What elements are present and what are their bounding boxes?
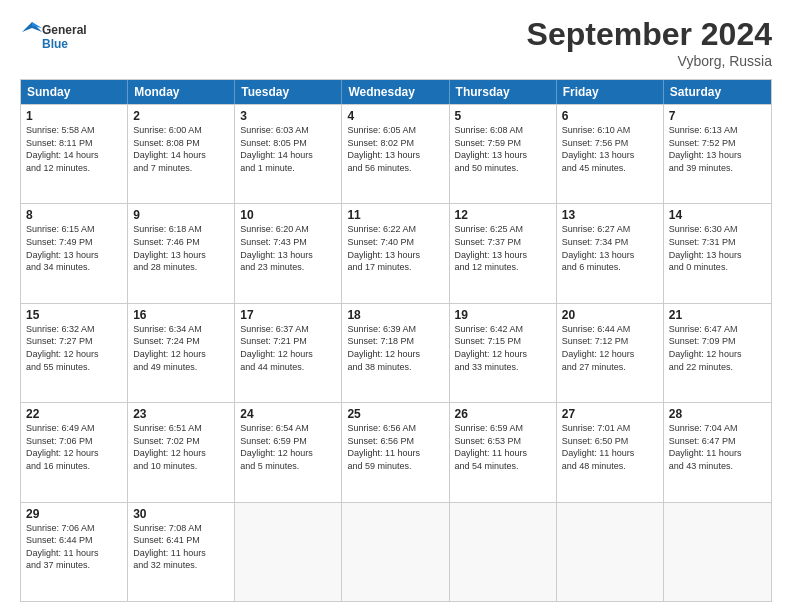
day-number-26: 26 bbox=[455, 407, 551, 421]
weekday-header-sunday: Sunday bbox=[21, 80, 128, 104]
calendar-header: SundayMondayTuesdayWednesdayThursdayFrid… bbox=[21, 80, 771, 104]
day-cell-10: 10Sunrise: 6:20 AM Sunset: 7:43 PM Dayli… bbox=[235, 204, 342, 302]
day-cell-9: 9Sunrise: 6:18 AM Sunset: 7:46 PM Daylig… bbox=[128, 204, 235, 302]
title-block: September 2024 Vyborg, Russia bbox=[527, 16, 772, 69]
day-cell-4: 4Sunrise: 6:05 AM Sunset: 8:02 PM Daylig… bbox=[342, 105, 449, 203]
weekday-header-tuesday: Tuesday bbox=[235, 80, 342, 104]
day-info-27: Sunrise: 7:01 AM Sunset: 6:50 PM Dayligh… bbox=[562, 422, 658, 472]
day-cell-8: 8Sunrise: 6:15 AM Sunset: 7:49 PM Daylig… bbox=[21, 204, 128, 302]
day-number-16: 16 bbox=[133, 308, 229, 322]
calendar-row-1: 1Sunrise: 5:58 AM Sunset: 8:11 PM Daylig… bbox=[21, 104, 771, 203]
day-number-21: 21 bbox=[669, 308, 766, 322]
day-info-17: Sunrise: 6:37 AM Sunset: 7:21 PM Dayligh… bbox=[240, 323, 336, 373]
day-number-5: 5 bbox=[455, 109, 551, 123]
day-info-1: Sunrise: 5:58 AM Sunset: 8:11 PM Dayligh… bbox=[26, 124, 122, 174]
day-number-22: 22 bbox=[26, 407, 122, 421]
day-number-7: 7 bbox=[669, 109, 766, 123]
day-number-30: 30 bbox=[133, 507, 229, 521]
day-info-9: Sunrise: 6:18 AM Sunset: 7:46 PM Dayligh… bbox=[133, 223, 229, 273]
day-number-3: 3 bbox=[240, 109, 336, 123]
day-number-8: 8 bbox=[26, 208, 122, 222]
page: General Blue September 2024 Vyborg, Russ… bbox=[0, 0, 792, 612]
day-number-25: 25 bbox=[347, 407, 443, 421]
weekday-header-monday: Monday bbox=[128, 80, 235, 104]
day-cell-22: 22Sunrise: 6:49 AM Sunset: 7:06 PM Dayli… bbox=[21, 403, 128, 501]
day-info-30: Sunrise: 7:08 AM Sunset: 6:41 PM Dayligh… bbox=[133, 522, 229, 572]
day-number-9: 9 bbox=[133, 208, 229, 222]
day-number-15: 15 bbox=[26, 308, 122, 322]
day-number-11: 11 bbox=[347, 208, 443, 222]
day-info-10: Sunrise: 6:20 AM Sunset: 7:43 PM Dayligh… bbox=[240, 223, 336, 273]
day-number-24: 24 bbox=[240, 407, 336, 421]
weekday-header-friday: Friday bbox=[557, 80, 664, 104]
day-cell-30: 30Sunrise: 7:08 AM Sunset: 6:41 PM Dayli… bbox=[128, 503, 235, 601]
day-number-6: 6 bbox=[562, 109, 658, 123]
day-info-16: Sunrise: 6:34 AM Sunset: 7:24 PM Dayligh… bbox=[133, 323, 229, 373]
day-info-6: Sunrise: 6:10 AM Sunset: 7:56 PM Dayligh… bbox=[562, 124, 658, 174]
calendar-row-5: 29Sunrise: 7:06 AM Sunset: 6:44 PM Dayli… bbox=[21, 502, 771, 601]
day-number-29: 29 bbox=[26, 507, 122, 521]
day-info-2: Sunrise: 6:00 AM Sunset: 8:08 PM Dayligh… bbox=[133, 124, 229, 174]
day-info-14: Sunrise: 6:30 AM Sunset: 7:31 PM Dayligh… bbox=[669, 223, 766, 273]
day-number-12: 12 bbox=[455, 208, 551, 222]
day-cell-14: 14Sunrise: 6:30 AM Sunset: 7:31 PM Dayli… bbox=[664, 204, 771, 302]
day-info-29: Sunrise: 7:06 AM Sunset: 6:44 PM Dayligh… bbox=[26, 522, 122, 572]
day-cell-18: 18Sunrise: 6:39 AM Sunset: 7:18 PM Dayli… bbox=[342, 304, 449, 402]
weekday-header-wednesday: Wednesday bbox=[342, 80, 449, 104]
logo-icon: General Blue bbox=[20, 16, 100, 56]
calendar: SundayMondayTuesdayWednesdayThursdayFrid… bbox=[20, 79, 772, 602]
day-number-19: 19 bbox=[455, 308, 551, 322]
day-info-11: Sunrise: 6:22 AM Sunset: 7:40 PM Dayligh… bbox=[347, 223, 443, 273]
day-number-18: 18 bbox=[347, 308, 443, 322]
empty-cell bbox=[342, 503, 449, 601]
day-number-27: 27 bbox=[562, 407, 658, 421]
day-number-1: 1 bbox=[26, 109, 122, 123]
day-info-15: Sunrise: 6:32 AM Sunset: 7:27 PM Dayligh… bbox=[26, 323, 122, 373]
calendar-body: 1Sunrise: 5:58 AM Sunset: 8:11 PM Daylig… bbox=[21, 104, 771, 601]
calendar-row-4: 22Sunrise: 6:49 AM Sunset: 7:06 PM Dayli… bbox=[21, 402, 771, 501]
weekday-header-thursday: Thursday bbox=[450, 80, 557, 104]
header: General Blue September 2024 Vyborg, Russ… bbox=[20, 16, 772, 69]
day-cell-15: 15Sunrise: 6:32 AM Sunset: 7:27 PM Dayli… bbox=[21, 304, 128, 402]
svg-text:General: General bbox=[42, 23, 87, 37]
day-number-14: 14 bbox=[669, 208, 766, 222]
day-cell-7: 7Sunrise: 6:13 AM Sunset: 7:52 PM Daylig… bbox=[664, 105, 771, 203]
day-cell-24: 24Sunrise: 6:54 AM Sunset: 6:59 PM Dayli… bbox=[235, 403, 342, 501]
day-info-12: Sunrise: 6:25 AM Sunset: 7:37 PM Dayligh… bbox=[455, 223, 551, 273]
day-number-2: 2 bbox=[133, 109, 229, 123]
day-cell-5: 5Sunrise: 6:08 AM Sunset: 7:59 PM Daylig… bbox=[450, 105, 557, 203]
empty-cell bbox=[557, 503, 664, 601]
weekday-header-saturday: Saturday bbox=[664, 80, 771, 104]
day-cell-2: 2Sunrise: 6:00 AM Sunset: 8:08 PM Daylig… bbox=[128, 105, 235, 203]
day-cell-11: 11Sunrise: 6:22 AM Sunset: 7:40 PM Dayli… bbox=[342, 204, 449, 302]
day-info-19: Sunrise: 6:42 AM Sunset: 7:15 PM Dayligh… bbox=[455, 323, 551, 373]
calendar-row-2: 8Sunrise: 6:15 AM Sunset: 7:49 PM Daylig… bbox=[21, 203, 771, 302]
day-cell-25: 25Sunrise: 6:56 AM Sunset: 6:56 PM Dayli… bbox=[342, 403, 449, 501]
day-cell-27: 27Sunrise: 7:01 AM Sunset: 6:50 PM Dayli… bbox=[557, 403, 664, 501]
day-info-13: Sunrise: 6:27 AM Sunset: 7:34 PM Dayligh… bbox=[562, 223, 658, 273]
day-info-21: Sunrise: 6:47 AM Sunset: 7:09 PM Dayligh… bbox=[669, 323, 766, 373]
day-cell-28: 28Sunrise: 7:04 AM Sunset: 6:47 PM Dayli… bbox=[664, 403, 771, 501]
month-title: September 2024 bbox=[527, 16, 772, 53]
day-info-7: Sunrise: 6:13 AM Sunset: 7:52 PM Dayligh… bbox=[669, 124, 766, 174]
day-info-20: Sunrise: 6:44 AM Sunset: 7:12 PM Dayligh… bbox=[562, 323, 658, 373]
day-number-28: 28 bbox=[669, 407, 766, 421]
calendar-row-3: 15Sunrise: 6:32 AM Sunset: 7:27 PM Dayli… bbox=[21, 303, 771, 402]
day-info-28: Sunrise: 7:04 AM Sunset: 6:47 PM Dayligh… bbox=[669, 422, 766, 472]
empty-cell bbox=[235, 503, 342, 601]
day-number-13: 13 bbox=[562, 208, 658, 222]
day-cell-16: 16Sunrise: 6:34 AM Sunset: 7:24 PM Dayli… bbox=[128, 304, 235, 402]
day-number-10: 10 bbox=[240, 208, 336, 222]
day-cell-13: 13Sunrise: 6:27 AM Sunset: 7:34 PM Dayli… bbox=[557, 204, 664, 302]
day-cell-6: 6Sunrise: 6:10 AM Sunset: 7:56 PM Daylig… bbox=[557, 105, 664, 203]
day-number-4: 4 bbox=[347, 109, 443, 123]
day-info-5: Sunrise: 6:08 AM Sunset: 7:59 PM Dayligh… bbox=[455, 124, 551, 174]
day-cell-12: 12Sunrise: 6:25 AM Sunset: 7:37 PM Dayli… bbox=[450, 204, 557, 302]
day-info-3: Sunrise: 6:03 AM Sunset: 8:05 PM Dayligh… bbox=[240, 124, 336, 174]
day-cell-1: 1Sunrise: 5:58 AM Sunset: 8:11 PM Daylig… bbox=[21, 105, 128, 203]
day-info-23: Sunrise: 6:51 AM Sunset: 7:02 PM Dayligh… bbox=[133, 422, 229, 472]
logo: General Blue bbox=[20, 16, 100, 56]
day-cell-20: 20Sunrise: 6:44 AM Sunset: 7:12 PM Dayli… bbox=[557, 304, 664, 402]
svg-text:Blue: Blue bbox=[42, 37, 68, 51]
day-info-8: Sunrise: 6:15 AM Sunset: 7:49 PM Dayligh… bbox=[26, 223, 122, 273]
